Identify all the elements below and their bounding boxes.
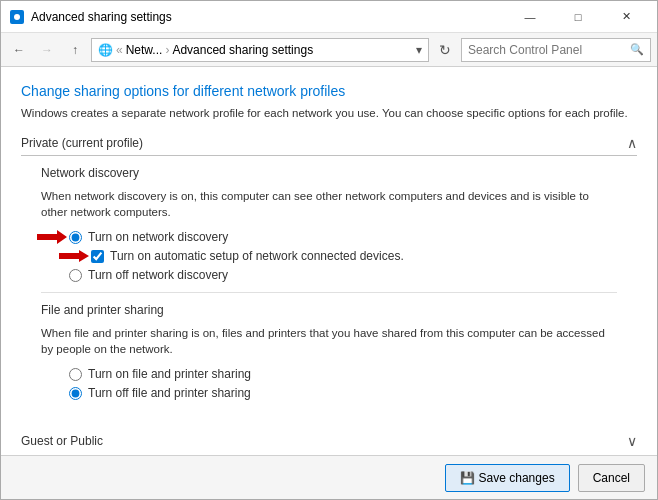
minimize-button[interactable]: — bbox=[507, 3, 553, 31]
search-input[interactable] bbox=[468, 43, 630, 57]
divider-1 bbox=[41, 292, 617, 293]
cancel-button[interactable]: Cancel bbox=[578, 464, 645, 492]
maximize-button[interactable]: □ bbox=[555, 3, 601, 31]
private-chevron: ∧ bbox=[627, 135, 637, 151]
breadcrumb-arrow: › bbox=[165, 43, 169, 57]
network-discovery-desc: When network discovery is on, this compu… bbox=[41, 188, 617, 220]
page-description: Windows creates a separate network profi… bbox=[21, 105, 637, 121]
private-section-header[interactable]: Private (current profile) ∧ bbox=[21, 135, 637, 156]
auto-setup-label[interactable]: Turn on automatic setup of network conne… bbox=[91, 249, 404, 263]
turn-off-file-sharing-radio[interactable] bbox=[69, 387, 82, 400]
turn-off-discovery-label[interactable]: Turn off network discovery bbox=[69, 268, 617, 282]
search-box: 🔍 bbox=[461, 38, 651, 62]
radio-group-file-sharing: Turn on file and printer sharing Turn of… bbox=[41, 367, 617, 400]
file-sharing-title: File and printer sharing bbox=[41, 303, 617, 317]
network-discovery-title: Network discovery bbox=[41, 166, 617, 180]
breadcrumb-bar: 🌐 « Netw... › Advanced sharing settings … bbox=[91, 38, 429, 62]
up-button[interactable]: ↑ bbox=[63, 38, 87, 62]
private-section-label: Private (current profile) bbox=[21, 136, 143, 150]
title-bar: Advanced sharing settings — □ ✕ bbox=[1, 1, 657, 33]
auto-setup-row: Turn on automatic setup of network conne… bbox=[69, 249, 617, 263]
refresh-button[interactable]: ↻ bbox=[433, 38, 457, 62]
radio-group-discovery: Turn on network discovery Turn on automa… bbox=[41, 230, 617, 282]
page-title: Change sharing options for different net… bbox=[21, 83, 637, 99]
address-bar: ← → ↑ 🌐 « Netw... › Advanced sharing set… bbox=[1, 33, 657, 67]
window-icon bbox=[9, 9, 25, 25]
private-section: Private (current profile) ∧ Network disc… bbox=[21, 135, 637, 419]
turn-on-discovery-radio[interactable] bbox=[69, 231, 82, 244]
footer: 💾 Save changes Cancel bbox=[1, 455, 657, 499]
close-button[interactable]: ✕ bbox=[603, 3, 649, 31]
red-arrow-2 bbox=[59, 248, 89, 264]
window-controls: — □ ✕ bbox=[507, 3, 649, 31]
network-icon: 🌐 bbox=[98, 43, 113, 57]
main-content: Change sharing options for different net… bbox=[1, 67, 657, 455]
private-section-body: Network discovery When network discovery… bbox=[21, 156, 637, 419]
svg-marker-2 bbox=[37, 230, 67, 244]
turn-on-file-sharing-radio[interactable] bbox=[69, 368, 82, 381]
turn-on-discovery-row: Turn on network discovery bbox=[69, 230, 617, 244]
turn-on-discovery-label[interactable]: Turn on network discovery bbox=[69, 230, 228, 244]
guest-section-header[interactable]: Guest or Public ∨ bbox=[21, 427, 637, 455]
breadcrumb-current[interactable]: Advanced sharing settings bbox=[172, 43, 313, 57]
breadcrumb-netw[interactable]: Netw... bbox=[126, 43, 163, 57]
svg-point-1 bbox=[14, 14, 20, 20]
turn-on-file-sharing-label[interactable]: Turn on file and printer sharing bbox=[69, 367, 617, 381]
guest-section-label: Guest or Public bbox=[21, 434, 103, 448]
save-button[interactable]: 💾 Save changes bbox=[445, 464, 570, 492]
window-title: Advanced sharing settings bbox=[31, 10, 507, 24]
turn-off-file-sharing-label[interactable]: Turn off file and printer sharing bbox=[69, 386, 617, 400]
back-button[interactable]: ← bbox=[7, 38, 31, 62]
file-sharing-subsection: File and printer sharing When file and p… bbox=[41, 303, 617, 400]
red-arrow-1 bbox=[37, 228, 67, 246]
file-sharing-desc: When file and printer sharing is on, fil… bbox=[41, 325, 617, 357]
breadcrumb-sep1: « bbox=[116, 43, 123, 57]
forward-button[interactable]: → bbox=[35, 38, 59, 62]
dropdown-arrow[interactable]: ▾ bbox=[416, 43, 422, 57]
turn-off-discovery-radio[interactable] bbox=[69, 269, 82, 282]
main-window: Advanced sharing settings — □ ✕ ← → ↑ 🌐 … bbox=[0, 0, 658, 500]
save-icon: 💾 bbox=[460, 471, 475, 485]
auto-setup-checkbox[interactable] bbox=[91, 250, 104, 263]
guest-chevron: ∨ bbox=[627, 433, 637, 449]
network-discovery-subsection: Network discovery When network discovery… bbox=[41, 166, 617, 282]
svg-marker-3 bbox=[59, 250, 89, 262]
search-icon[interactable]: 🔍 bbox=[630, 43, 644, 56]
